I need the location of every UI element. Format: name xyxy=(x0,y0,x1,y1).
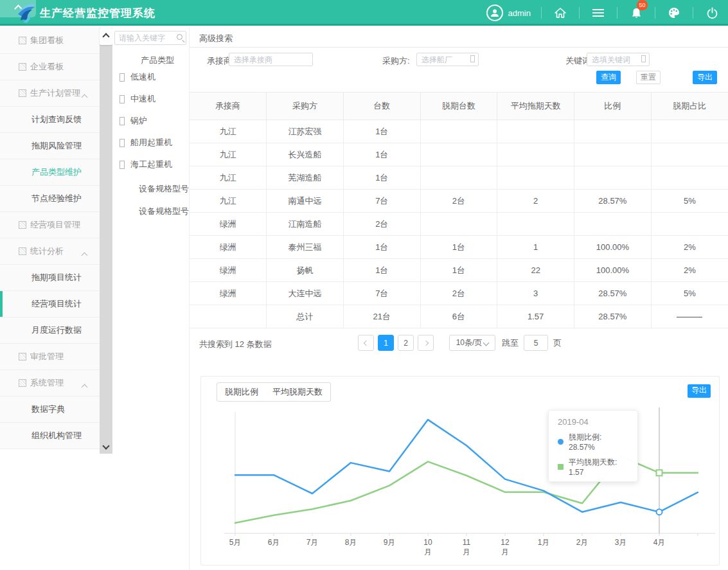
theme-button[interactable] xyxy=(666,4,682,21)
tree-node-label: 中速机 xyxy=(130,93,155,105)
sidebar-item[interactable]: 拖期风险管理 xyxy=(0,133,100,159)
sidebar-scrollbar[interactable] xyxy=(100,28,112,454)
tab-average-delay-days[interactable]: 平均脱期天数 xyxy=(265,382,331,402)
jump-page-input[interactable] xyxy=(524,335,548,351)
page-number-button[interactable]: 2 xyxy=(398,335,414,351)
tree-node-label: 船用起重机 xyxy=(130,137,172,148)
tree-search-input[interactable] xyxy=(119,33,174,43)
sidebar-item-label: 产品类型维护 xyxy=(31,166,82,178)
tree-node[interactable]: 锅炉 xyxy=(120,115,147,127)
tree-leaf-node[interactable]: 设备规格型号 xyxy=(139,206,189,217)
purchaser-input[interactable] xyxy=(422,55,467,64)
table-row[interactable]: 绿洲泰州三福1台1台1100.00%2% xyxy=(190,236,728,259)
keyword-input[interactable] xyxy=(592,55,638,64)
tree-node[interactable]: 船用起重机 xyxy=(120,137,172,148)
table-cell xyxy=(574,213,652,236)
table-cell: 1台 xyxy=(343,143,420,166)
table-row[interactable]: 绿洲大连中远7台2台328.57%5% xyxy=(190,282,728,305)
delay-trend-line-chart[interactable]: 5月6月7月8月9月10月11月12月1月2月3月4月 xyxy=(201,402,720,566)
sidebar-item-label: 数据字典 xyxy=(31,404,65,415)
purchaser-select xyxy=(416,53,479,66)
sidebar-item[interactable]: 经营项目统计 xyxy=(0,291,100,317)
sidebar-item-label: 月度运行数据 xyxy=(31,325,82,336)
home-button[interactable] xyxy=(552,4,569,21)
sidebar-item[interactable]: 组织机构管理 xyxy=(0,423,100,449)
sidebar-item[interactable]: 经营项目管理 xyxy=(0,212,100,238)
chevron-up-icon xyxy=(102,33,109,40)
sidebar-menu: 集团看板企业看板生产计划管理计划查询反馈拖期风险管理产品类型维护节点经验维护经营… xyxy=(0,28,100,449)
table-row[interactable]: 九江江苏宏强1台 xyxy=(190,120,728,143)
column-header: 采购方 xyxy=(267,93,344,120)
table-row[interactable]: 绿洲江南造船2台 xyxy=(190,213,728,236)
sidebar-item[interactable]: 审批管理 xyxy=(0,344,100,370)
notifications-button[interactable]: 50 xyxy=(628,4,644,21)
tree-node[interactable]: 低速机 xyxy=(120,71,155,83)
tooltip-series-row: 平均脱期天数: 1.57 xyxy=(558,457,628,477)
highlight-square-marker xyxy=(657,470,662,476)
menu-group-icon xyxy=(19,37,26,44)
divider xyxy=(579,7,580,19)
tooltip-date: 2019-04 xyxy=(558,417,628,427)
tooltip-series-text: 脱期比例: 28.57% xyxy=(569,432,628,452)
sidebar-item[interactable]: 数据字典 xyxy=(0,396,100,423)
column-header: 台数 xyxy=(343,93,420,120)
select-glyph-icon xyxy=(641,55,646,62)
menu-group-icon xyxy=(19,353,26,361)
contractor-select xyxy=(229,53,313,66)
table-cell: 九江 xyxy=(190,143,267,166)
table-row[interactable]: 九江南通中远7台2台228.57%5% xyxy=(190,190,728,213)
sidebar-item[interactable]: 拖期项目统计 xyxy=(0,265,100,291)
page-number-button[interactable]: 1 xyxy=(378,335,394,351)
tab-delay-ratio[interactable]: 脱期比例 xyxy=(217,382,267,402)
contractor-input[interactable] xyxy=(234,55,301,64)
table-row[interactable]: 九江长兴造船1台 xyxy=(190,143,728,166)
user-avatar[interactable] xyxy=(486,4,503,21)
column-header: 比例 xyxy=(574,93,652,120)
table-cell: 5% xyxy=(651,282,728,305)
sidebar-item[interactable]: 生产计划管理 xyxy=(0,80,100,107)
table-cell xyxy=(497,213,574,236)
prev-page-button[interactable] xyxy=(358,335,374,351)
export-button[interactable]: 导出 xyxy=(693,71,717,84)
node-glyph-icon xyxy=(120,139,125,147)
sidebar-item[interactable]: 计划查询反馈 xyxy=(0,107,100,133)
reset-button[interactable]: 重置 xyxy=(636,71,661,84)
chevron-up-icon xyxy=(82,382,87,391)
sidebar-item[interactable]: 月度运行数据 xyxy=(0,317,100,344)
menu-button[interactable] xyxy=(590,4,607,21)
query-button[interactable]: 查询 xyxy=(596,71,621,84)
person-icon xyxy=(490,8,500,18)
chevron-left-icon xyxy=(363,340,368,345)
page-size-select[interactable]: 10条/页 xyxy=(449,335,495,351)
sidebar-item[interactable]: 集团看板 xyxy=(0,28,100,54)
sidebar-item[interactable]: 统计分析 xyxy=(0,238,100,265)
sidebar-item[interactable]: 产品类型维护 xyxy=(0,159,100,186)
scroll-down-button[interactable] xyxy=(100,440,112,452)
chart-tooltip: 2019-04 脱期比例: 28.57%平均脱期天数: 1.57 xyxy=(548,410,638,482)
tree-node-label: 低速机 xyxy=(130,71,155,83)
scroll-up-button[interactable] xyxy=(100,28,112,45)
notification-badge: 50 xyxy=(637,0,648,10)
x-axis-label: 11月 xyxy=(463,538,471,557)
table-row[interactable]: 绿洲扬帆1台1台22100.00%2% xyxy=(190,259,728,282)
table-cell: 2 xyxy=(497,190,574,213)
tree-root-node[interactable]: 产品类型 xyxy=(141,55,174,66)
logout-button[interactable] xyxy=(704,4,720,21)
table-cell xyxy=(420,166,497,190)
sidebar-item-label: 经营项目管理 xyxy=(30,219,80,231)
tree-node[interactable]: 中速机 xyxy=(120,93,155,105)
divider xyxy=(693,7,693,19)
table-cell: 2% xyxy=(651,259,728,282)
sidebar-item[interactable]: 系统管理 xyxy=(0,370,100,396)
sidebar-item[interactable]: 企业看板 xyxy=(0,54,100,80)
chart-export-button[interactable]: 导出 xyxy=(688,384,711,398)
tree-leaf-node[interactable]: 设备规格型号 xyxy=(139,183,189,195)
table-row[interactable]: 九江芜湖造船1台 xyxy=(190,166,728,190)
sidebar-item[interactable]: 节点经验维护 xyxy=(0,186,100,212)
table-cell: 长兴造船 xyxy=(267,143,344,166)
x-axis-label: 7月 xyxy=(306,538,319,547)
tree-node[interactable]: 海工起重机 xyxy=(120,159,172,170)
next-page-button[interactable] xyxy=(418,335,434,351)
chart-card: 脱期比例 平均脱期天数 导出 5月6月7月8月9月10月11月12月1月2月3月… xyxy=(200,376,720,566)
table-cell: 九江 xyxy=(190,166,267,190)
